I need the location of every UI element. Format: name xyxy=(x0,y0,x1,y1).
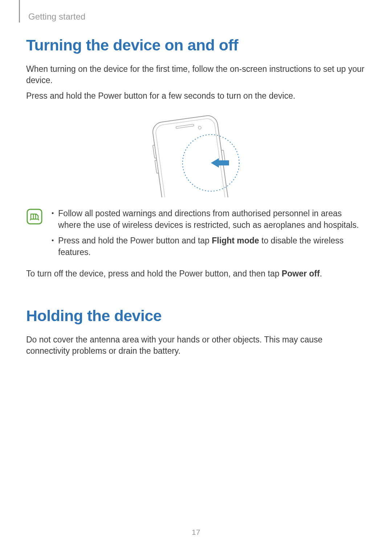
page-content: Turning the device on and off When turni… xyxy=(26,36,367,361)
page-number: 17 xyxy=(0,528,392,537)
note-text: Follow all posted warnings and direction… xyxy=(58,208,367,231)
note-text: Press and hold the Power button and tap … xyxy=(58,235,367,258)
note-list: • Follow all posted warnings and directi… xyxy=(52,208,367,262)
bullet-icon: • xyxy=(52,208,54,231)
section-heading-1: Turning the device on and off xyxy=(26,36,367,54)
paragraph: Press and hold the Power button for a fe… xyxy=(26,90,367,102)
section-heading-2: Holding the device xyxy=(26,307,367,325)
note-icon xyxy=(26,208,43,225)
note-callout: • Follow all posted warnings and directi… xyxy=(26,208,367,262)
list-item: • Follow all posted warnings and directi… xyxy=(52,208,367,231)
paragraph: To turn off the device, press and hold t… xyxy=(26,268,367,279)
section-header: Getting started xyxy=(28,12,85,22)
paragraph: Do not cover the antenna area with your … xyxy=(26,334,367,357)
paragraph: When turning on the device for the first… xyxy=(26,63,367,86)
device-illustration xyxy=(26,110,367,197)
phone-power-button-diagram xyxy=(138,110,254,197)
list-item: • Press and hold the Power button and ta… xyxy=(52,235,367,258)
header-divider xyxy=(19,0,20,22)
bullet-icon: • xyxy=(52,235,54,258)
svg-rect-8 xyxy=(27,209,42,224)
svg-rect-1 xyxy=(155,118,230,197)
